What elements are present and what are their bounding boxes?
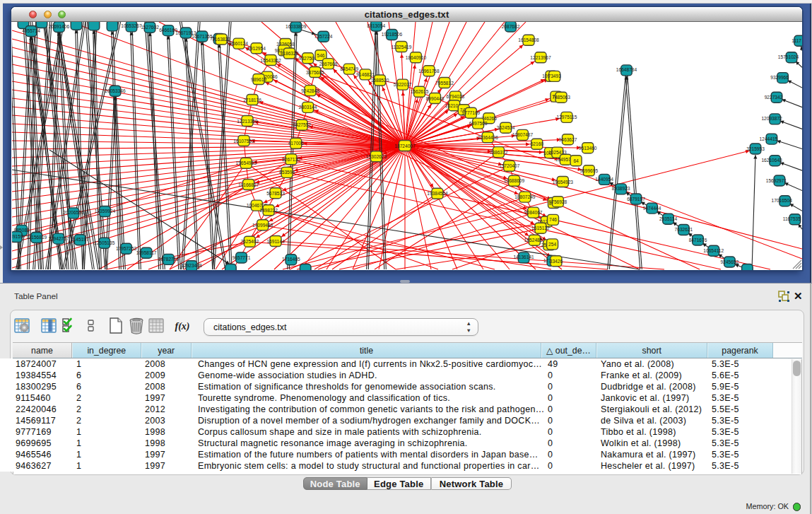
svg-text:8813054: 8813054 — [367, 23, 386, 28]
svg-text:12213967: 12213967 — [530, 55, 551, 60]
svg-text:64: 64 — [573, 158, 579, 163]
svg-text:1716465: 1716465 — [282, 257, 300, 262]
svg-text:5322037: 5322037 — [394, 82, 412, 87]
svg-text:6497568: 6497568 — [469, 121, 488, 126]
svg-text:7386372: 7386372 — [490, 150, 508, 155]
svg-text:8454749: 8454749 — [340, 66, 358, 71]
svg-text:1244415: 1244415 — [760, 136, 778, 141]
svg-text:20364436: 20364436 — [478, 135, 499, 140]
svg-text:9474444: 9474444 — [643, 206, 661, 211]
svg-text:12975115: 12975115 — [556, 115, 577, 119]
svg-text:8938923: 8938923 — [612, 186, 630, 191]
svg-text:989619: 989619 — [251, 77, 266, 82]
svg-text:1117: 1117 — [792, 38, 801, 43]
svg-text:1527602: 1527602 — [141, 25, 159, 30]
svg-text:7163822: 7163822 — [212, 37, 230, 42]
svg-text:10958117: 10958117 — [136, 250, 157, 255]
svg-text:12213369: 12213369 — [237, 119, 258, 124]
svg-text:1167535: 1167535 — [783, 216, 801, 221]
svg-text:1145197: 1145197 — [71, 237, 90, 242]
svg-text:8427552: 8427552 — [293, 122, 311, 127]
svg-text:16543362: 16543362 — [260, 58, 281, 63]
svg-text:33426: 33426 — [550, 259, 563, 264]
svg-text:3624534: 3624534 — [497, 125, 515, 130]
svg-text:10654112: 10654112 — [703, 248, 724, 253]
svg-text:39159: 39159 — [12, 234, 23, 239]
svg-text:14136141: 14136141 — [513, 255, 534, 259]
svg-text:12156819: 12156819 — [26, 235, 47, 240]
svg-text:16154808: 16154808 — [518, 37, 539, 42]
svg-text:746: 746 — [549, 217, 557, 222]
svg-text:19384554: 19384554 — [427, 191, 448, 196]
svg-text:19654923: 19654923 — [553, 180, 574, 185]
svg-text:7485063: 7485063 — [552, 95, 570, 100]
svg-text:2935114: 2935114 — [659, 216, 678, 221]
svg-text:1440954: 1440954 — [595, 177, 613, 182]
svg-text:9513460: 9513460 — [579, 146, 597, 151]
svg-text:4055714: 4055714 — [22, 28, 40, 33]
svg-text:8471676: 8471676 — [689, 238, 707, 243]
svg-text:f(x): f(x) — [175, 321, 190, 332]
svg-text:17359924: 17359924 — [95, 209, 116, 214]
svg-text:19166827: 19166827 — [238, 182, 259, 187]
svg-text:9777169: 9777169 — [462, 110, 481, 115]
svg-text:19654983: 19654983 — [236, 160, 257, 165]
svg-text:9242848: 9242848 — [301, 88, 319, 93]
svg-text:16033809: 16033809 — [286, 24, 307, 29]
svg-text:15692971: 15692971 — [766, 178, 787, 183]
svg-text:2718176: 2718176 — [243, 98, 261, 103]
svg-text:8660124: 8660124 — [230, 41, 248, 46]
svg-text:2867608: 2867608 — [319, 62, 338, 66]
svg-text:16210643: 16210643 — [761, 158, 782, 163]
svg-text:12505135: 12505135 — [94, 240, 115, 245]
svg-text:9329966: 9329966 — [770, 75, 789, 80]
svg-text:16961758: 16961758 — [418, 69, 440, 74]
svg-text:11325419: 11325419 — [392, 45, 412, 49]
svg-text:16648784: 16648784 — [616, 67, 637, 72]
svg-text:8186328: 8186328 — [281, 51, 299, 56]
svg-text:7955812: 7955812 — [435, 81, 454, 86]
svg-text:16107553: 16107553 — [233, 139, 254, 144]
svg-text:9756928: 9756928 — [549, 199, 567, 204]
svg-text:62160: 62160 — [531, 141, 544, 146]
svg-text:9146821: 9146821 — [356, 72, 375, 77]
svg-text:9699695: 9699695 — [579, 168, 598, 173]
svg-text:7357224: 7357224 — [314, 34, 333, 39]
svg-text:1498222: 1498222 — [259, 208, 278, 213]
svg-text:7625402: 7625402 — [240, 239, 259, 244]
svg-text:2087682: 2087682 — [502, 24, 520, 29]
svg-text:20053346: 20053346 — [105, 88, 126, 93]
svg-text:20691406: 20691406 — [49, 24, 70, 29]
svg-text:15720407: 15720407 — [499, 163, 520, 168]
svg-text:6466160: 6466160 — [159, 28, 177, 33]
svg-text:17957253: 17957253 — [116, 246, 137, 251]
svg-text:12923448: 12923448 — [181, 263, 202, 268]
svg-text:18640910: 18640910 — [406, 55, 427, 60]
svg-text:8267130: 8267130 — [282, 157, 300, 162]
svg-text:1588520: 1588520 — [371, 78, 389, 83]
svg-text:8912954: 8912954 — [247, 46, 266, 51]
svg-text:6879197: 6879197 — [627, 197, 645, 201]
svg-text:9327508: 9327508 — [299, 56, 317, 61]
svg-text:9245652: 9245652 — [721, 259, 739, 264]
svg-text:1615132: 1615132 — [531, 226, 550, 230]
svg-text:9657771: 9657771 — [233, 255, 251, 260]
svg-text:9084067: 9084067 — [524, 210, 543, 215]
svg-text:20206536: 20206536 — [63, 210, 84, 215]
svg-text:3875685: 3875685 — [306, 70, 324, 75]
svg-text:15302673: 15302673 — [366, 154, 387, 159]
svg-text:1691144: 1691144 — [266, 239, 285, 244]
svg-text:18724007: 18724007 — [394, 144, 416, 148]
svg-text:14099488: 14099488 — [252, 223, 273, 228]
svg-text:17016504: 17016504 — [772, 198, 793, 203]
svg-text:546: 546 — [317, 53, 324, 58]
svg-text:10688609: 10688609 — [504, 178, 525, 183]
svg-text:12942757: 12942757 — [48, 236, 69, 241]
svg-text:19218506: 19218506 — [382, 32, 403, 37]
svg-text:853594: 853594 — [279, 170, 295, 175]
svg-text:10653267: 10653267 — [121, 23, 142, 28]
svg-text:3215953: 3215953 — [746, 146, 765, 151]
svg-text:6794028: 6794028 — [447, 94, 465, 99]
svg-text:12093872: 12093872 — [761, 116, 782, 121]
svg-text:2803144: 2803144 — [299, 105, 317, 110]
